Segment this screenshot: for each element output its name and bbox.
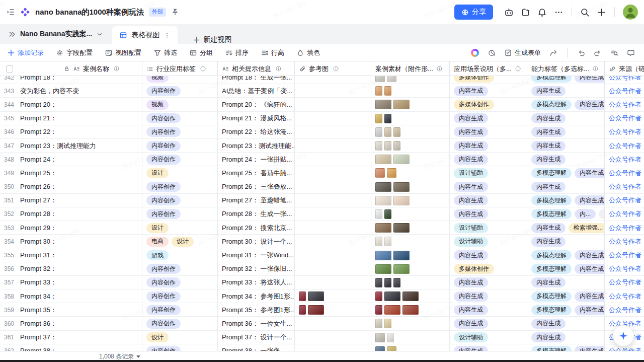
cell-scene-tags[interactable]: 设计辅助 [450,331,527,344]
cell-prompt-info[interactable]: Prompt 37： 设计一个... [218,331,295,344]
cell-material-attachments[interactable] [371,76,450,84]
source-link[interactable]: 公众号作者 [609,292,641,301]
cell-ability-tags[interactable]: 多模态理解内容生成 [527,262,605,276]
cell-reference-images[interactable] [295,207,371,221]
source-link[interactable]: 公众号作者 [609,251,641,260]
cell-ability-tags[interactable]: 多模态理解内容生成 [527,303,605,317]
cell-prompt-info[interactable]: Prompt 27： 童趣蜡笔... [218,194,295,207]
attachment-thumbnail[interactable] [403,305,419,315]
cell-material-attachments[interactable] [371,180,450,194]
cell-case-name[interactable]: 354Prompt 30： [0,235,142,248]
cell-scene-tags[interactable]: 内容生成 [450,303,527,317]
cell-prompt-info[interactable]: Prompt 34： 参考图1形... [218,289,295,303]
source-link[interactable]: 公众号作者 [609,346,641,351]
attachment-thumbnail[interactable] [393,251,410,260]
attachment-thumbnail[interactable] [375,127,382,137]
cell-source-link[interactable]: 公众号作者 [605,262,644,276]
cell-ability-tags[interactable]: 多模态理解内容生成 [527,344,605,351]
attachment-thumbnail[interactable] [393,182,410,192]
cell-case-name[interactable]: 360Prompt 36： [0,317,142,330]
cell-industry-tags[interactable]: 内容创作 [142,125,218,139]
tab-grid-view[interactable]: 表格视图 [112,26,178,44]
cell-source-link[interactable]: 公众号作者 [605,289,644,303]
cell-scene-tags[interactable]: 设计辅助 [450,235,527,248]
info-icon[interactable] [200,65,206,72]
cell-ability-tags[interactable]: 多模态理解内容生成 [527,76,605,84]
attachment-thumbnail[interactable] [403,292,419,301]
cell-industry-tags[interactable]: 视频 [142,76,218,84]
cell-ability-tags[interactable]: 多模态理解内容生成 [527,289,605,303]
cell-case-name[interactable]: 351Prompt 27： [0,194,142,207]
cell-scene-tags[interactable]: 内容生成 [450,139,527,153]
cell-scene-tags[interactable]: 多媒体创作 [450,98,527,111]
ai-assistant-fab[interactable] [613,325,634,346]
cell-prompt-info[interactable]: Prompt 32： 一张像旧... [218,262,295,276]
cell-prompt-info[interactable]: Prompt 33： 将这张人... [218,276,295,289]
attachment-thumbnail[interactable] [384,292,400,301]
comment-icon[interactable] [627,49,635,57]
attachment-thumbnail[interactable] [375,86,382,96]
attachment-thumbnail[interactable] [387,333,394,342]
cell-source-link[interactable]: 公众号作者 [605,207,644,221]
cell-scene-tags[interactable]: 多媒体创作 [450,262,527,276]
cell-scene-tags[interactable]: 内容生成 [450,317,527,330]
cell-scene-tags[interactable]: 内容生成 [450,207,527,221]
attachment-thumbnail[interactable] [387,168,396,178]
avatar[interactable] [623,5,638,20]
cell-ability-tags[interactable]: 多模态理解内容生成 [527,98,605,111]
redo-icon[interactable] [594,49,602,57]
info-icon[interactable] [592,65,599,72]
cell-prompt-info[interactable]: Prompt 24： 一张拼贴... [218,153,295,166]
pin-icon[interactable] [171,8,179,16]
column-header-material-attachments[interactable]: 案例素材（附件形... [371,61,450,76]
cell-prompt-info[interactable]: Prompt 38： 一张像... [218,344,295,351]
group-button[interactable]: 分组 [189,48,213,57]
cell-industry-tags[interactable]: 内容创作 [142,207,218,221]
source-link[interactable]: 公众号作者 [609,306,641,315]
cell-material-attachments[interactable] [371,139,450,153]
cell-prompt-info[interactable]: Prompt 30： 设计一个... [218,235,295,248]
undo-icon[interactable] [577,49,585,57]
cell-reference-images[interactable] [295,303,371,317]
cell-industry-tags[interactable]: 内容创作 [142,303,218,317]
cell-source-link[interactable]: 公众号作者 [605,221,644,235]
cell-scene-tags[interactable]: 多媒体创作 [450,76,527,84]
attachment-thumbnail[interactable] [384,86,391,96]
cell-case-name[interactable]: 361Prompt 37： [0,331,142,344]
cell-reference-images[interactable] [295,153,371,166]
cell-material-attachments[interactable] [371,276,450,289]
bot-icon[interactable] [504,8,514,17]
attachment-thumbnail[interactable] [375,155,391,164]
cell-prompt-info[interactable]: Prompt 26： 三张叠放... [218,180,295,194]
cell-material-attachments[interactable] [371,207,450,221]
attachment-thumbnail[interactable] [384,141,391,151]
cell-prompt-info[interactable]: Prompt 36： 一位女生... [218,317,295,330]
sort-button[interactable]: 排序 [225,48,249,57]
attachment-thumbnail[interactable] [299,292,306,301]
cell-source-link[interactable]: 公众号作者 [605,303,644,317]
cell-material-attachments[interactable] [371,221,450,235]
cell-case-name[interactable]: 343变为彩色，内容不变 [0,84,142,98]
source-link[interactable]: 公众号作者 [609,224,641,233]
apps-icon[interactable] [521,8,530,17]
cell-prompt-info[interactable]: Prompt 22： 给这张漫... [218,125,295,139]
cell-source-link[interactable]: 公众号作者 [605,98,644,111]
cell-case-name[interactable]: 362Prompt 38： [0,344,142,351]
cell-ability-tags[interactable]: 多模态理解内容生成 [527,248,605,262]
cell-ability-tags[interactable]: 内容生成 [527,235,605,248]
cell-case-name[interactable]: 345Prompt 21： [0,112,142,125]
cell-prompt-info[interactable]: Prompt 31： 一张Wind... [218,248,295,262]
attachment-thumbnail[interactable] [375,251,391,260]
source-link[interactable]: 公众号作者 [609,76,641,82]
cell-source-link[interactable]: 公众号作者 [605,112,644,125]
cell-industry-tags[interactable]: 内容创作 [142,84,218,98]
cell-industry-tags[interactable]: 内容创作 [142,317,218,330]
attachment-thumbnail[interactable] [393,155,410,164]
cell-case-name[interactable]: 349Prompt 25： [0,166,142,180]
new-view-button[interactable]: 新建视图 [189,35,235,44]
attachment-thumbnail[interactable] [375,141,382,151]
cell-ability-tags[interactable]: 多模态理解内容生成 [527,194,605,207]
cell-source-link[interactable]: 公众号作者 [605,248,644,262]
cell-case-name[interactable]: 346Prompt 22： [0,125,142,139]
attachment-thumbnail[interactable] [393,264,410,274]
